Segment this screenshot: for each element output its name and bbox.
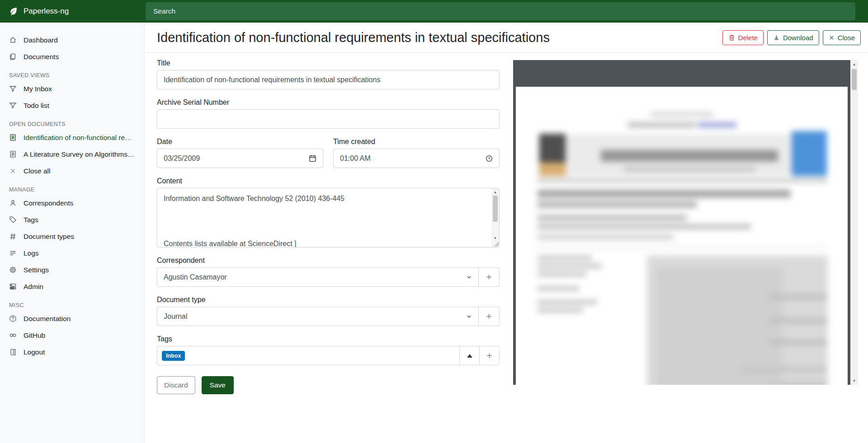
close-icon [9, 167, 17, 175]
open-document-title: A Literature Survey on Algorithms for Mu… [24, 150, 135, 159]
scroll-down-icon[interactable]: ▼ [850, 378, 858, 384]
sidebar-item-admin[interactable]: Admin [0, 278, 144, 295]
asn-label: Archive Serial Number [157, 98, 500, 107]
sidebar-item-label: Logout [24, 348, 45, 356]
sidebar-item-documents[interactable]: Documents [0, 48, 144, 65]
delete-button[interactable]: Delete [722, 30, 764, 45]
filter-icon [9, 102, 17, 109]
content-label: Content [157, 177, 500, 185]
clock-icon[interactable] [486, 155, 493, 162]
blurred-page-content [516, 87, 848, 385]
add-document-type-button[interactable] [479, 307, 500, 326]
sidebar-item-label: Logs [24, 249, 39, 257]
link-icon [9, 331, 17, 339]
sidebar-item-github[interactable]: GitHub [0, 327, 144, 344]
document-type-select[interactable]: Journal [157, 307, 479, 326]
asn-input[interactable] [157, 109, 500, 129]
trash-icon [728, 34, 735, 41]
brand[interactable]: Paperless-ng [0, 7, 146, 16]
document-header: Identification of non-functional require… [145, 23, 868, 53]
sidebar-item-logs[interactable]: Logs [0, 245, 144, 261]
section-header-manage: MANAGE [0, 187, 144, 193]
sidebar-item-label: Dashboard [24, 36, 58, 44]
search-bar [146, 2, 855, 20]
sidebar-item-document-types[interactable]: Document types [0, 228, 144, 245]
sidebar-item-logout[interactable]: Logout [0, 344, 144, 360]
scroll-up-icon[interactable]: ▲ [491, 189, 499, 195]
document-type-label: Document type [157, 296, 500, 304]
sidebar-item-label: Tags [24, 216, 38, 224]
add-correspondent-button[interactable] [479, 267, 500, 287]
sidebar-item-todo-list[interactable]: Todo list [0, 97, 144, 114]
content-scrollbar[interactable]: ▲ ▼ [491, 188, 499, 247]
tags-area[interactable]: Inbox [157, 346, 459, 365]
caret-up-icon [467, 354, 472, 358]
scrollbar-thumb[interactable] [493, 196, 498, 222]
sidebar-open-document-2[interactable]: A Literature Survey on Algorithms for Mu… [0, 146, 144, 163]
sidebar-item-documentation[interactable]: Documentation [0, 310, 144, 327]
date-input[interactable]: 03/25/2009 [157, 149, 323, 168]
scrollbar-thumb[interactable] [852, 69, 857, 90]
sidebar-item-label: Documentation [24, 315, 71, 323]
sidebar-item-label: Admin [24, 283, 43, 291]
sidebar-item-label: GitHub [24, 331, 45, 340]
correspondent-label: Correspondent [157, 256, 500, 265]
sidebar-item-close-all[interactable]: Close all [0, 163, 144, 179]
pdf-page [516, 87, 848, 385]
save-button[interactable]: Save [202, 376, 234, 394]
question-circle-icon [9, 315, 17, 322]
download-icon [773, 34, 780, 41]
sidebar-item-label: Settings [24, 266, 49, 274]
chevron-down-icon [466, 313, 472, 319]
resize-grip[interactable] [494, 242, 499, 247]
time-created-label: Time created [333, 138, 500, 146]
brand-title: Paperless-ng [24, 7, 69, 16]
door-icon [9, 348, 17, 356]
sidebar-item-my-inbox[interactable]: My Inbox [0, 80, 144, 97]
file-text-icon [9, 134, 17, 141]
main-content: Identification of non-functional require… [145, 23, 868, 443]
form-actions: Discard Save [157, 376, 500, 394]
scroll-down-icon[interactable]: ▼ [491, 235, 499, 241]
title-label: Title [157, 59, 500, 67]
chevron-down-icon [466, 274, 472, 280]
file-text-icon [9, 150, 17, 158]
download-button[interactable]: Download [767, 30, 819, 45]
discard-button[interactable]: Discard [157, 376, 195, 394]
sidebar-item-settings[interactable]: Settings [0, 261, 144, 278]
sidebar-item-label: Correspondents [24, 199, 73, 207]
sidebar-open-document-1[interactable]: Identification of non-functional require… [0, 129, 144, 146]
sidebar-item-label: Todo list [24, 102, 49, 110]
home-icon [9, 36, 17, 44]
preview-scrollbar[interactable]: ▲ ▼ [850, 60, 858, 385]
list-icon [9, 249, 17, 257]
open-document-title: Identification of non-functional require… [24, 134, 135, 142]
leaf-logo-icon [9, 7, 18, 16]
scroll-up-icon[interactable]: ▲ [850, 61, 858, 67]
sidebar-item-tags[interactable]: Tags [0, 211, 144, 228]
search-input[interactable] [146, 2, 855, 20]
header-actions: Delete Download Close [722, 30, 861, 45]
sidebar-item-dashboard[interactable]: Dashboard [0, 32, 144, 48]
title-input[interactable] [157, 70, 500, 89]
content-textarea[interactable]: Information and Software Technology 52 (… [157, 188, 500, 247]
document-preview: ▲ ▼ [513, 60, 858, 385]
filter-icon [9, 85, 17, 93]
correspondent-select[interactable]: Agustin Casamayor [157, 267, 479, 287]
tags-control[interactable]: Inbox [157, 346, 500, 365]
sidebar-item-correspondents[interactable]: Correspondents [0, 195, 144, 211]
tags-dropdown-toggle[interactable] [459, 346, 479, 365]
calendar-icon[interactable] [309, 154, 316, 162]
close-button[interactable]: Close [823, 30, 861, 45]
time-created-input[interactable]: 01:00 AM [333, 149, 500, 168]
documents-icon [9, 53, 17, 61]
sidebar-item-label: Close all [24, 167, 50, 175]
content-field: Information and Software Technology 52 (… [157, 188, 500, 247]
gear-icon [9, 266, 17, 274]
toggles-icon [9, 283, 17, 290]
person-icon [9, 199, 17, 207]
section-header-saved-views: SAVED VIEWS [0, 72, 144, 79]
document-edit-form: Title Archive Serial Number Date 03/25/2… [157, 59, 500, 394]
sidebar-item-label: Documents [24, 53, 59, 61]
add-tag-button[interactable] [479, 346, 499, 365]
